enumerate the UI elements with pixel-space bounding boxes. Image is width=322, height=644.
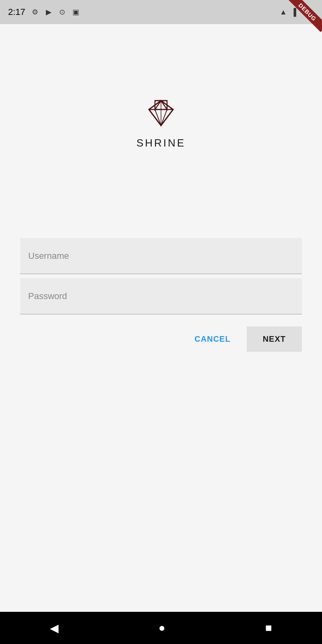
- document-icon: ▣: [71, 7, 81, 17]
- status-bar-left: 2:17 ⚙ ▶ ⊙ ▣: [8, 7, 81, 17]
- logo-title: SHRINE: [136, 137, 186, 149]
- shrine-logo-icon: [145, 97, 177, 129]
- logo-area: SHRINE: [136, 97, 186, 149]
- debug-banner-label: DEBUG: [288, 0, 322, 32]
- recent-button[interactable]: ■: [265, 621, 272, 634]
- cancel-button[interactable]: CANCEL: [182, 326, 242, 352]
- svg-line-8: [161, 109, 167, 126]
- status-icons: ⚙ ▶ ⊙ ▣: [30, 7, 81, 17]
- back-button[interactable]: ◀: [50, 621, 59, 635]
- buttons-row: CANCEL NEXT: [20, 326, 302, 352]
- next-button[interactable]: NEXT: [247, 326, 302, 352]
- debug-banner: DEBUG: [286, 0, 322, 36]
- home-button[interactable]: ●: [159, 621, 165, 634]
- status-bar: 2:17 ⚙ ▶ ⊙ ▣ ▲ ▌ ▭: [0, 0, 322, 24]
- username-input[interactable]: [20, 238, 302, 274]
- gear-icon: ⚙: [30, 7, 40, 17]
- form-area: CANCEL NEXT: [20, 238, 302, 352]
- svg-line-7: [155, 109, 161, 126]
- at-icon: ⊙: [58, 7, 67, 17]
- main-content: SHRINE CANCEL NEXT: [0, 24, 322, 612]
- play-icon: ▶: [44, 7, 54, 17]
- status-time: 2:17: [8, 7, 25, 17]
- nav-bar: ◀ ● ■: [0, 612, 322, 644]
- password-input[interactable]: [20, 278, 302, 314]
